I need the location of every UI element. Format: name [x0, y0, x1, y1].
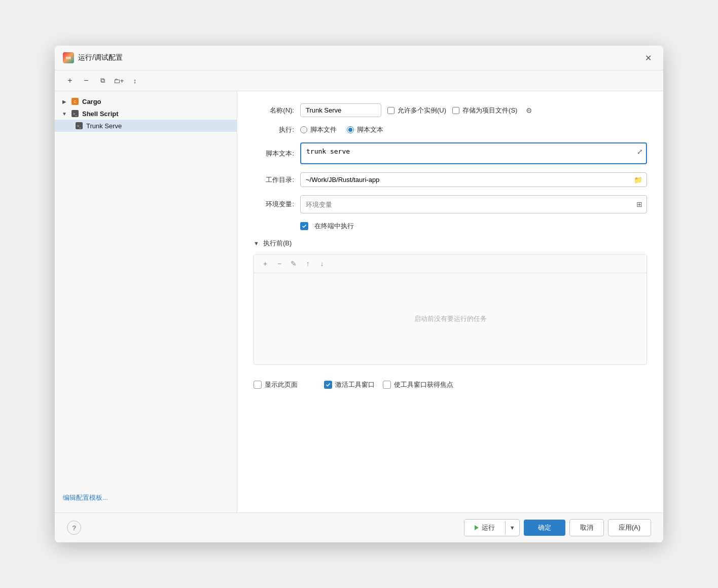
script-textarea-wrapper: trunk serve ⤢	[300, 142, 647, 164]
execute-in-terminal-checkbox[interactable]	[300, 222, 308, 230]
cargo-icon: C	[71, 97, 79, 105]
tree-item-shell-script[interactable]: ▼ >_ Shell Script	[55, 107, 237, 120]
plus-icon: +	[67, 76, 72, 85]
before-exec-title: 执行前(B)	[263, 239, 292, 248]
before-exec-remove-button[interactable]: −	[273, 258, 285, 270]
shell-script-label: Shell Script	[82, 110, 119, 118]
section-chevron-down-icon: ▼	[254, 240, 259, 246]
script-file-radio-label[interactable]: 脚本文件	[300, 125, 337, 134]
script-text-radio-label[interactable]: 脚本文本	[347, 125, 383, 134]
chevron-down-icon: ▼	[61, 110, 68, 117]
store-as-project-checkbox[interactable]	[452, 107, 459, 114]
expand-button[interactable]: ⤢	[637, 148, 643, 156]
exec-label: 执行:	[254, 125, 294, 134]
script-text-radio[interactable]	[347, 126, 354, 133]
dropdown-arrow-icon: ▼	[510, 525, 515, 531]
envvar-wrapper: ⊞	[300, 195, 647, 213]
app-logo: RR	[63, 52, 74, 63]
show-page-label: 显示此页面	[265, 380, 298, 389]
run-button-group: 运行 ▼	[464, 519, 520, 536]
before-exec-toolbar: + − ✎ ↑ ↓	[254, 254, 647, 273]
edit-config-templates-link[interactable]: 编辑配置模板...	[55, 487, 237, 508]
terminal-row: 在终端中执行	[254, 222, 647, 231]
bottom-checkboxes: 显示此页面 激活工具窗口 使工具窗口获得焦点	[254, 373, 647, 389]
allow-multiple-checkbox-label[interactable]: 允许多个实例(U)	[387, 106, 446, 115]
script-content-label: 脚本文本:	[254, 149, 294, 158]
config-toolbar: + − ⧉ 🗀+ ↕	[55, 70, 663, 91]
close-button[interactable]: ✕	[641, 51, 655, 65]
remove-config-button[interactable]: −	[79, 74, 93, 88]
workdir-row: 工作目录: 📁	[254, 172, 647, 187]
script-content-row: 脚本文本: trunk serve ⤢	[254, 142, 647, 164]
tree-item-cargo[interactable]: ▶ C Cargo	[55, 95, 237, 107]
sort-icon: ↕	[133, 77, 137, 85]
main-content: ▶ C Cargo ▼ >_ Shell Script >_ Trunk Ser…	[55, 91, 663, 512]
workdir-input[interactable]	[301, 173, 630, 187]
before-exec-header[interactable]: ▼ 执行前(B)	[254, 239, 647, 248]
copy-config-button[interactable]: ⧉	[95, 74, 110, 88]
envvar-label: 环境变量:	[254, 200, 294, 209]
table-icon: ⊞	[636, 200, 642, 208]
before-exec-section: ▼ 执行前(B) + − ✎ ↑ ↓ 启动前没有要运行的任务	[254, 239, 647, 365]
tree-item-trunk-serve[interactable]: >_ Trunk Serve	[55, 120, 237, 132]
before-exec-empty: 启动前没有要运行的任务	[254, 273, 647, 364]
folder-icon: 📁	[634, 176, 642, 184]
activate-toolwindow-label: 激活工具窗口	[335, 380, 375, 389]
script-textarea[interactable]: trunk serve	[301, 143, 646, 162]
activate-toolwindow-checkbox[interactable]	[324, 381, 332, 389]
chevron-right-icon: ▶	[61, 98, 68, 105]
workdir-label: 工作目录:	[254, 175, 294, 185]
envvar-row: 环境变量: ⊞	[254, 195, 647, 213]
before-exec-add-button[interactable]: +	[259, 258, 271, 270]
play-icon	[475, 525, 479, 530]
envvar-input[interactable]	[301, 198, 632, 211]
run-debug-config-dialog: RR 运行/调试配置 ✕ + − ⧉ 🗀+ ↕ ▶ C	[55, 46, 663, 542]
browse-folder-button[interactable]: 📁	[630, 176, 647, 184]
cargo-label: Cargo	[82, 98, 101, 105]
checkmark-icon	[302, 224, 307, 229]
copy-icon: ⧉	[100, 77, 105, 85]
config-tree: ▶ C Cargo ▼ >_ Shell Script >_ Trunk Ser…	[55, 91, 237, 512]
exec-radio-group: 脚本文件 脚本文本	[300, 125, 383, 134]
trunk-serve-icon: >_	[75, 122, 83, 130]
before-exec-move-up-button[interactable]: ↑	[302, 258, 314, 270]
envvar-edit-button[interactable]: ⊞	[632, 200, 647, 208]
before-exec-edit-button[interactable]: ✎	[288, 258, 300, 270]
dialog-title: 运行/调试配置	[78, 53, 637, 62]
dialog-footer: ? 运行 ▼ 确定 取消 应用(A)	[55, 512, 663, 542]
run-dropdown-button[interactable]: ▼	[505, 521, 519, 534]
add-config-button[interactable]: +	[63, 74, 77, 88]
activate-checkmark-icon	[326, 382, 331, 387]
store-as-project-checkbox-label[interactable]: 存储为项目文件(S)	[452, 106, 517, 115]
script-file-radio[interactable]	[300, 126, 307, 133]
store-gear-button[interactable]: ⚙	[523, 105, 534, 116]
before-exec-move-down-button[interactable]: ↓	[316, 258, 328, 270]
focus-toolwindow-checkbox[interactable]	[383, 381, 391, 389]
add-folder-button[interactable]: 🗀+	[112, 74, 126, 88]
minus-icon: −	[84, 76, 88, 85]
apply-button[interactable]: 应用(A)	[608, 519, 651, 536]
sort-button[interactable]: ↕	[128, 74, 142, 88]
title-bar: RR 运行/调试配置 ✕	[55, 46, 663, 70]
allow-multiple-checkbox[interactable]	[387, 107, 394, 114]
workdir-wrapper: 📁	[300, 172, 647, 187]
folder-plus-icon: 🗀+	[114, 77, 124, 85]
exec-row: 执行: 脚本文件 脚本文本	[254, 125, 647, 134]
name-label: 名称(N):	[254, 106, 294, 115]
execute-in-terminal-label: 在终端中执行	[314, 222, 354, 231]
name-row: 名称(N): 允许多个实例(U) 存储为项目文件(S) ⚙	[254, 103, 647, 117]
trunk-serve-label: Trunk Serve	[86, 122, 122, 130]
show-page-checkbox[interactable]	[254, 381, 262, 389]
focus-toolwindow-label: 使工具窗口获得焦点	[394, 380, 453, 389]
config-form: 名称(N): 允许多个实例(U) 存储为项目文件(S) ⚙ 执行:	[237, 91, 663, 512]
ok-button[interactable]: 确定	[524, 520, 565, 536]
cancel-button[interactable]: 取消	[569, 519, 604, 536]
shell-script-icon: >_	[71, 109, 79, 118]
name-input[interactable]	[300, 103, 381, 117]
run-main-button[interactable]: 运行	[464, 520, 505, 536]
before-exec-panel: + − ✎ ↑ ↓ 启动前没有要运行的任务	[254, 254, 647, 365]
help-button[interactable]: ?	[67, 521, 81, 535]
